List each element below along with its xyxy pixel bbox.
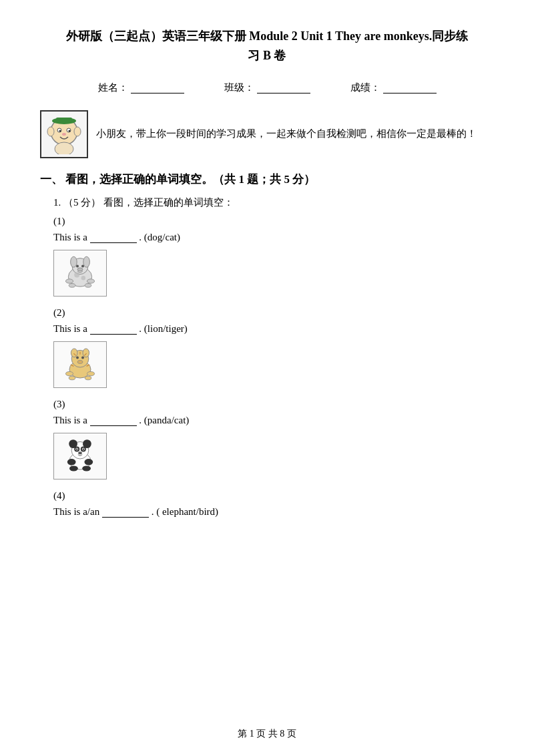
- sub-q-4-sentence: This is a/an . ( elephant/bird): [53, 506, 494, 518]
- class-field: 班级：: [224, 81, 310, 94]
- mascot-row: 小朋友，带上你一段时间的学习成果，一起来做个自我检测吧，相信你一定是最棒的！: [40, 110, 494, 158]
- title-section: 外研版（三起点）英语三年级下册 Module 2 Unit 1 They are…: [40, 27, 494, 65]
- svg-point-48: [76, 448, 77, 449]
- svg-point-38: [69, 376, 75, 380]
- score-field: 成绩：: [350, 81, 437, 94]
- svg-point-21: [85, 283, 91, 287]
- sub-q-2-sentence: This is a . (lion/tiger): [53, 323, 494, 335]
- svg-point-39: [85, 376, 91, 380]
- mascot-text: 小朋友，带上你一段时间的学习成果，一起来做个自我检测吧，相信你一定是最棒的！: [96, 126, 477, 143]
- animal-image-3: [53, 433, 107, 480]
- svg-point-51: [67, 459, 76, 465]
- svg-point-16: [81, 264, 84, 267]
- score-blank: [383, 81, 437, 93]
- svg-point-52: [84, 459, 93, 465]
- svg-point-22: [74, 272, 79, 277]
- svg-point-18: [65, 278, 73, 282]
- svg-point-8: [47, 127, 54, 136]
- svg-point-19: [87, 278, 94, 282]
- class-blank: [257, 81, 310, 93]
- svg-point-14: [83, 256, 90, 267]
- score-label: 成绩：: [350, 81, 380, 94]
- sub-q-4-label: (4): [53, 490, 494, 502]
- sub-q-1-label: (1): [53, 216, 494, 227]
- svg-point-54: [82, 465, 91, 471]
- sub-q-1-sentence: This is a . (dog/cat): [53, 231, 494, 243]
- q-score: （5 分）: [63, 197, 101, 208]
- title-line2: 习 B 卷: [40, 46, 494, 65]
- animal-image-1: [53, 250, 107, 297]
- svg-point-28: [76, 356, 79, 359]
- svg-rect-2: [56, 118, 72, 123]
- name-blank: [131, 81, 184, 93]
- page-number: 第 1 页 共 8 页: [238, 729, 296, 739]
- svg-point-6: [69, 130, 71, 132]
- dog-icon: [59, 254, 101, 293]
- page-footer: 第 1 页 共 8 页: [0, 728, 534, 740]
- svg-point-9: [74, 127, 81, 136]
- tiger-icon: [59, 345, 101, 384]
- panda-icon: [59, 437, 101, 476]
- title-line1: 外研版（三起点）英语三年级下册 Module 2 Unit 1 They are…: [40, 27, 494, 46]
- svg-point-23: [81, 276, 85, 280]
- question-number: 1. （5 分） 看图，选择正确的单词填空：: [53, 196, 494, 209]
- mascot-image: [40, 110, 88, 158]
- svg-point-26: [71, 349, 77, 357]
- sub-q-3-sentence: This is a . (panda/cat): [53, 414, 494, 426]
- svg-point-50: [78, 451, 82, 454]
- svg-point-37: [87, 371, 94, 375]
- name-field: 姓名：: [98, 81, 184, 94]
- section1-header: 一、 看图，选择正确的单词填空。（共 1 题；共 5 分）: [40, 172, 494, 187]
- answer-blank-3[interactable]: [90, 414, 137, 426]
- svg-point-15: [76, 264, 79, 267]
- answer-blank-2[interactable]: [90, 323, 137, 335]
- class-label: 班级：: [224, 81, 254, 94]
- q-number: 1.: [53, 197, 61, 208]
- answer-blank-4[interactable]: [102, 506, 149, 518]
- svg-point-17: [77, 268, 83, 271]
- mascot-icon: [44, 114, 84, 154]
- sub-q-3-label: (3): [53, 399, 494, 410]
- svg-point-30: [77, 360, 83, 363]
- svg-point-10: [55, 142, 73, 154]
- svg-point-13: [71, 256, 77, 267]
- question-block-1: 1. （5 分） 看图，选择正确的单词填空： (1) This is a . (…: [40, 196, 494, 518]
- name-label: 姓名：: [98, 81, 128, 94]
- svg-point-36: [65, 371, 73, 375]
- svg-point-20: [69, 283, 75, 287]
- svg-point-27: [83, 349, 89, 357]
- svg-point-53: [69, 465, 78, 471]
- info-row: 姓名： 班级： 成绩：: [40, 81, 494, 94]
- svg-point-29: [81, 356, 84, 359]
- q-text: 看图，选择正确的单词填空：: [103, 197, 234, 208]
- svg-point-5: [59, 130, 61, 132]
- sub-q-2-label: (2): [53, 307, 494, 319]
- svg-point-49: [83, 448, 84, 449]
- animal-image-2: [53, 341, 107, 388]
- svg-point-7: [62, 133, 66, 136]
- answer-blank-1[interactable]: [90, 231, 137, 243]
